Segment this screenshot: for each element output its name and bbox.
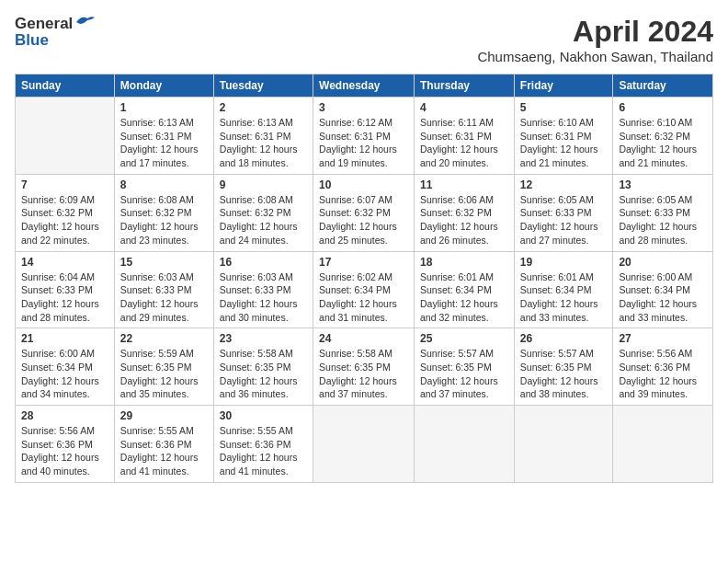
calendar-cell: 24Sunrise: 5:58 AMSunset: 6:35 PMDayligh…: [313, 328, 415, 406]
day-info: Sunrise: 6:13 AMSunset: 6:31 PMDaylight:…: [120, 116, 208, 170]
calendar-cell: [313, 406, 415, 483]
calendar-cell: 27Sunrise: 5:56 AMSunset: 6:36 PMDayligh…: [613, 328, 713, 406]
day-number: 23: [220, 332, 307, 345]
calendar-cell: 9Sunrise: 6:08 AMSunset: 6:32 PMDaylight…: [213, 174, 313, 251]
calendar-cell: 30Sunrise: 5:55 AMSunset: 6:36 PMDayligh…: [213, 406, 313, 483]
day-number: 29: [120, 409, 208, 422]
day-number: 1: [120, 101, 208, 114]
col-header-thursday: Thursday: [415, 75, 515, 98]
day-info: Sunrise: 6:06 AMSunset: 6:32 PMDaylight:…: [420, 193, 508, 247]
day-number: 2: [220, 101, 307, 114]
calendar-cell: 10Sunrise: 6:07 AMSunset: 6:32 PMDayligh…: [313, 174, 415, 251]
day-number: 4: [420, 101, 508, 114]
calendar-cell: 14Sunrise: 6:04 AMSunset: 6:33 PMDayligh…: [16, 251, 115, 328]
calendar-week-1: 1Sunrise: 6:13 AMSunset: 6:31 PMDaylight…: [16, 98, 713, 175]
day-number: 28: [21, 409, 108, 422]
calendar-cell: 22Sunrise: 5:59 AMSunset: 6:35 PMDayligh…: [114, 328, 213, 406]
day-number: 13: [619, 178, 707, 191]
calendar-week-3: 14Sunrise: 6:04 AMSunset: 6:33 PMDayligh…: [16, 251, 713, 328]
day-info: Sunrise: 6:10 AMSunset: 6:31 PMDaylight:…: [520, 116, 608, 170]
day-info: Sunrise: 6:05 AMSunset: 6:33 PMDaylight:…: [619, 193, 707, 247]
location: Chumsaeng, Nakhon Sawan, Thailand: [477, 49, 713, 64]
day-info: Sunrise: 6:01 AMSunset: 6:34 PMDaylight:…: [420, 270, 508, 325]
calendar-week-5: 28Sunrise: 5:56 AMSunset: 6:36 PMDayligh…: [16, 406, 713, 483]
calendar-header-row: SundayMondayTuesdayWednesdayThursdayFrid…: [16, 75, 713, 98]
day-number: 14: [21, 256, 108, 269]
day-info: Sunrise: 6:00 AMSunset: 6:34 PMDaylight:…: [619, 270, 707, 325]
day-info: Sunrise: 6:09 AMSunset: 6:32 PMDaylight:…: [21, 193, 108, 247]
calendar-cell: 3Sunrise: 6:12 AMSunset: 6:31 PMDaylight…: [313, 98, 415, 175]
day-info: Sunrise: 6:00 AMSunset: 6:34 PMDaylight:…: [21, 347, 108, 401]
day-info: Sunrise: 6:07 AMSunset: 6:32 PMDaylight:…: [319, 193, 408, 247]
calendar-cell: 8Sunrise: 6:08 AMSunset: 6:32 PMDaylight…: [114, 174, 213, 251]
day-number: 30: [220, 409, 307, 422]
month-title: April 2024: [477, 15, 713, 49]
day-number: 21: [21, 332, 108, 345]
day-number: 3: [319, 101, 408, 114]
col-header-friday: Friday: [514, 75, 613, 98]
calendar-cell: [514, 406, 613, 483]
day-number: 19: [520, 256, 608, 269]
day-number: 22: [120, 332, 208, 345]
day-number: 11: [420, 178, 508, 191]
day-info: Sunrise: 5:57 AMSunset: 6:35 PMDaylight:…: [520, 347, 608, 401]
calendar-cell: 25Sunrise: 5:57 AMSunset: 6:35 PMDayligh…: [415, 328, 515, 406]
day-number: 27: [619, 332, 707, 345]
calendar-cell: 4Sunrise: 6:11 AMSunset: 6:31 PMDaylight…: [415, 98, 515, 175]
logo-general: General: [15, 15, 73, 33]
day-number: 9: [220, 178, 307, 191]
day-number: 8: [120, 178, 208, 191]
col-header-saturday: Saturday: [613, 75, 713, 98]
day-info: Sunrise: 6:05 AMSunset: 6:33 PMDaylight:…: [520, 193, 608, 247]
col-header-monday: Monday: [114, 75, 213, 98]
day-info: Sunrise: 5:56 AMSunset: 6:36 PMDaylight:…: [619, 347, 707, 401]
calendar-cell: 12Sunrise: 6:05 AMSunset: 6:33 PMDayligh…: [514, 174, 613, 251]
logo-blue: Blue: [15, 31, 49, 50]
day-number: 18: [420, 256, 508, 269]
day-info: Sunrise: 5:55 AMSunset: 6:36 PMDaylight:…: [120, 424, 208, 478]
day-info: Sunrise: 6:11 AMSunset: 6:31 PMDaylight:…: [420, 116, 508, 170]
calendar-week-4: 21Sunrise: 6:00 AMSunset: 6:34 PMDayligh…: [16, 328, 713, 406]
col-header-sunday: Sunday: [16, 75, 115, 98]
calendar-body: 1Sunrise: 6:13 AMSunset: 6:31 PMDaylight…: [16, 98, 713, 483]
calendar-cell: [415, 406, 515, 483]
calendar-cell: 16Sunrise: 6:03 AMSunset: 6:33 PMDayligh…: [213, 251, 313, 328]
day-info: Sunrise: 5:55 AMSunset: 6:36 PMDaylight:…: [220, 424, 307, 478]
calendar-cell: 5Sunrise: 6:10 AMSunset: 6:31 PMDaylight…: [514, 98, 613, 175]
day-number: 24: [319, 332, 408, 345]
day-number: 15: [120, 256, 208, 269]
day-number: 16: [220, 256, 307, 269]
calendar-cell: [16, 98, 115, 175]
day-info: Sunrise: 6:04 AMSunset: 6:33 PMDaylight:…: [21, 270, 108, 325]
calendar-cell: 11Sunrise: 6:06 AMSunset: 6:32 PMDayligh…: [415, 174, 515, 251]
day-number: 20: [619, 256, 707, 269]
calendar-cell: 18Sunrise: 6:01 AMSunset: 6:34 PMDayligh…: [415, 251, 515, 328]
col-header-tuesday: Tuesday: [213, 75, 313, 98]
day-info: Sunrise: 6:12 AMSunset: 6:31 PMDaylight:…: [319, 116, 408, 170]
calendar-cell: 1Sunrise: 6:13 AMSunset: 6:31 PMDaylight…: [114, 98, 213, 175]
day-info: Sunrise: 5:56 AMSunset: 6:36 PMDaylight:…: [21, 424, 108, 478]
day-info: Sunrise: 5:58 AMSunset: 6:35 PMDaylight:…: [319, 347, 408, 401]
day-info: Sunrise: 6:01 AMSunset: 6:34 PMDaylight:…: [520, 270, 608, 325]
day-number: 12: [520, 178, 608, 191]
day-info: Sunrise: 6:03 AMSunset: 6:33 PMDaylight:…: [220, 270, 307, 325]
day-number: 26: [520, 332, 608, 345]
day-info: Sunrise: 5:59 AMSunset: 6:35 PMDaylight:…: [120, 347, 208, 401]
day-info: Sunrise: 6:13 AMSunset: 6:31 PMDaylight:…: [220, 116, 307, 170]
day-info: Sunrise: 6:08 AMSunset: 6:32 PMDaylight:…: [220, 193, 307, 247]
calendar-cell: 7Sunrise: 6:09 AMSunset: 6:32 PMDaylight…: [16, 174, 115, 251]
logo: General Blue: [15, 15, 95, 50]
day-number: 6: [619, 101, 707, 114]
calendar-cell: 20Sunrise: 6:00 AMSunset: 6:34 PMDayligh…: [613, 251, 713, 328]
calendar-cell: 29Sunrise: 5:55 AMSunset: 6:36 PMDayligh…: [114, 406, 213, 483]
day-info: Sunrise: 5:57 AMSunset: 6:35 PMDaylight:…: [420, 347, 508, 401]
calendar-cell: 13Sunrise: 6:05 AMSunset: 6:33 PMDayligh…: [613, 174, 713, 251]
calendar-cell: 28Sunrise: 5:56 AMSunset: 6:36 PMDayligh…: [16, 406, 115, 483]
day-number: 7: [21, 178, 108, 191]
calendar-cell: 26Sunrise: 5:57 AMSunset: 6:35 PMDayligh…: [514, 328, 613, 406]
calendar-week-2: 7Sunrise: 6:09 AMSunset: 6:32 PMDaylight…: [16, 174, 713, 251]
calendar-cell: 15Sunrise: 6:03 AMSunset: 6:33 PMDayligh…: [114, 251, 213, 328]
calendar-cell: 17Sunrise: 6:02 AMSunset: 6:34 PMDayligh…: [313, 251, 415, 328]
day-info: Sunrise: 6:03 AMSunset: 6:33 PMDaylight:…: [120, 270, 208, 325]
calendar-cell: 21Sunrise: 6:00 AMSunset: 6:34 PMDayligh…: [16, 328, 115, 406]
